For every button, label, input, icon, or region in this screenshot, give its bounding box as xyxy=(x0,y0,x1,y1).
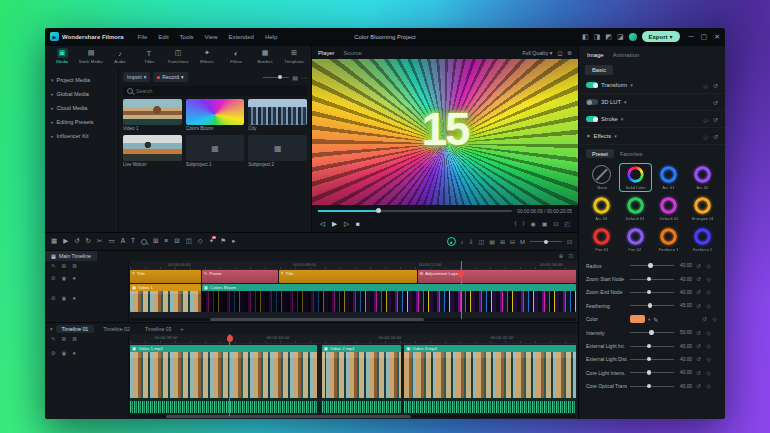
reset-icon[interactable]: ↺ xyxy=(695,343,702,349)
track-manager-icon[interactable]: ▦ xyxy=(51,238,57,245)
lock-icon[interactable]: ⊠ xyxy=(72,336,77,342)
preset-fire-02[interactable]: Fire 02 xyxy=(620,226,652,253)
clip-colors-bloom[interactable]: ▣Colors Bloom xyxy=(202,284,577,312)
chevron-down-icon[interactable]: ▾ xyxy=(648,317,650,322)
menu-file[interactable]: File xyxy=(138,34,148,40)
video-thumbnail[interactable] xyxy=(186,99,245,125)
reset-icon[interactable]: ↺ xyxy=(713,99,718,106)
voiceover-icon[interactable]: ♪ xyxy=(461,239,464,245)
text-tool-icon[interactable]: T xyxy=(131,238,135,245)
undo-icon[interactable]: ↺ xyxy=(74,238,79,245)
preset-default-01[interactable]: Default 01 xyxy=(620,195,652,222)
minimize-button[interactable]: ─ xyxy=(689,33,694,41)
tab-source[interactable]: Source xyxy=(343,50,361,56)
mask-tool-icon[interactable]: ◫ xyxy=(186,238,192,245)
clip-title-2[interactable]: TTitle xyxy=(279,270,417,283)
preset-none[interactable]: None xyxy=(586,164,618,191)
preset-fireforce-2[interactable]: Fireforce 2 xyxy=(687,226,719,253)
track-list-icon[interactable]: ▤ xyxy=(489,238,495,245)
reset-icon[interactable]: ↺ xyxy=(695,289,702,295)
horizontal-scrollbar[interactable] xyxy=(130,415,576,418)
edit-tracks-icon[interactable]: ✎ xyxy=(51,263,56,269)
layout-preset-icon[interactable]: ◨ xyxy=(594,33,601,40)
keyframe-icon[interactable]: ◇ xyxy=(705,263,712,269)
list-view-icon[interactable]: ▤ xyxy=(292,74,298,81)
marker-icon[interactable]: ⊟ xyxy=(510,238,515,245)
color-swatch[interactable] xyxy=(630,315,645,323)
solo-track-icon[interactable]: ◉ xyxy=(62,295,67,301)
playhead-knob[interactable] xyxy=(376,208,381,213)
fullscreen-icon[interactable]: ◰ xyxy=(564,220,570,227)
tab-audio[interactable]: ♪Audio xyxy=(106,48,134,66)
playhead-marker-icon[interactable] xyxy=(227,335,233,342)
chevron-down-icon[interactable]: ▾ xyxy=(630,82,633,88)
clip-power[interactable]: ✎Power xyxy=(202,270,278,283)
tab-templates[interactable]: ⊞Templates xyxy=(280,48,308,66)
redo-icon[interactable]: ↻ xyxy=(86,238,91,245)
menu-tools[interactable]: Tools xyxy=(180,34,194,40)
add-track-icon[interactable]: ⊞ xyxy=(500,238,505,245)
split-icon[interactable]: ✂ xyxy=(97,238,102,245)
lut-toggle[interactable] xyxy=(586,99,598,105)
video-preview[interactable]: 15 xyxy=(312,59,578,205)
solo-track-icon[interactable]: ◉ xyxy=(62,275,67,281)
slider-handle[interactable] xyxy=(630,332,674,333)
timeline-ruler[interactable]: 00:00:08:00 00:00:16:00 00:00:24:00 00:0… xyxy=(130,334,578,344)
reset-icon[interactable]: ↺ xyxy=(695,276,702,282)
snapshot-icon[interactable]: ◉ xyxy=(530,220,535,227)
reset-icon[interactable]: ↺ xyxy=(695,356,702,362)
timeline-tabs-caret-icon[interactable]: ▾ xyxy=(50,326,53,332)
effects-tool-icon[interactable]: ✦ xyxy=(209,238,214,245)
tab-animation[interactable]: Animation xyxy=(613,52,640,58)
tab-preset[interactable]: Preset xyxy=(586,149,614,158)
media-item[interactable]: ▦Subproject 1 xyxy=(186,135,245,167)
preset-arc-03[interactable]: Arc 03 xyxy=(586,195,618,222)
mixer-icon[interactable]: ◫ xyxy=(479,238,485,245)
scrollbar-handle[interactable] xyxy=(210,318,424,321)
user-avatar[interactable] xyxy=(629,33,637,41)
thumbnail-size-slider[interactable] xyxy=(263,77,289,78)
mark-out-icon[interactable]: ) xyxy=(522,220,524,227)
media-item[interactable]: Video 1 xyxy=(123,99,182,131)
hide-track-icon[interactable]: ● xyxy=(72,350,75,356)
media-item[interactable]: Colors Bloom xyxy=(186,99,245,131)
delete-icon[interactable]: ▭ xyxy=(109,238,115,245)
crop-tool-icon[interactable]: ⊞ xyxy=(153,238,158,245)
add-timeline-icon[interactable]: + xyxy=(180,326,183,332)
hide-track-icon[interactable]: ● xyxy=(72,295,75,301)
keyframe-icon[interactable]: ◇ xyxy=(703,116,708,123)
main-track-area[interactable]: 00:00:04:00 00:00:08:00 00:00:12:00 00:0… xyxy=(130,261,578,322)
video-thumbnail[interactable] xyxy=(123,135,182,161)
tab-stock-media[interactable]: ▤Stock Media xyxy=(77,48,105,66)
keyframe-icon[interactable]: ◇ xyxy=(705,370,712,376)
slider-handle[interactable] xyxy=(630,386,674,387)
slider-handle[interactable] xyxy=(630,279,674,280)
reset-icon[interactable]: ↺ xyxy=(695,370,702,376)
reset-icon[interactable]: ↺ xyxy=(695,263,702,269)
clip-video-1[interactable]: ▣Video 1 xyxy=(130,284,201,312)
keyframe-icon[interactable]: ◇ xyxy=(711,316,718,322)
clip-title[interactable]: TTitle xyxy=(130,270,201,283)
expand-icon[interactable]: ⊕ xyxy=(559,253,564,259)
more-options-icon[interactable]: ⋯ xyxy=(301,74,307,81)
zoom-fit-icon[interactable]: ⊡ xyxy=(567,238,572,245)
slider-handle[interactable] xyxy=(630,372,674,373)
slider-handle[interactable] xyxy=(630,305,674,306)
keyframe-icon[interactable]: ◇ xyxy=(705,276,712,282)
reset-icon[interactable]: ↺ xyxy=(695,330,702,336)
close-button[interactable]: ✕ xyxy=(714,33,720,41)
auto-ripple-icon[interactable]: A xyxy=(121,238,125,245)
keyframe-icon[interactable]: ◇ xyxy=(705,330,712,336)
display-mode-icon[interactable]: ◫ xyxy=(557,50,562,56)
basic-section-chip[interactable]: Basic xyxy=(585,65,613,75)
tab-timeline-01[interactable]: Timeline 01 xyxy=(56,325,95,333)
playhead[interactable] xyxy=(461,261,462,319)
layout-preset-icon[interactable]: ◪ xyxy=(617,33,624,40)
reset-icon[interactable]: ↺ xyxy=(713,133,718,140)
keyframe-icon[interactable]: ◇ xyxy=(705,289,712,295)
crop-icon[interactable]: ⊡ xyxy=(553,220,558,227)
player-settings-icon[interactable]: ⚙ xyxy=(567,50,572,56)
keyframe-icon[interactable]: ◇ xyxy=(705,383,712,389)
hide-track-icon[interactable]: ● xyxy=(72,275,75,281)
previous-frame-button[interactable]: ◁ xyxy=(320,220,325,228)
